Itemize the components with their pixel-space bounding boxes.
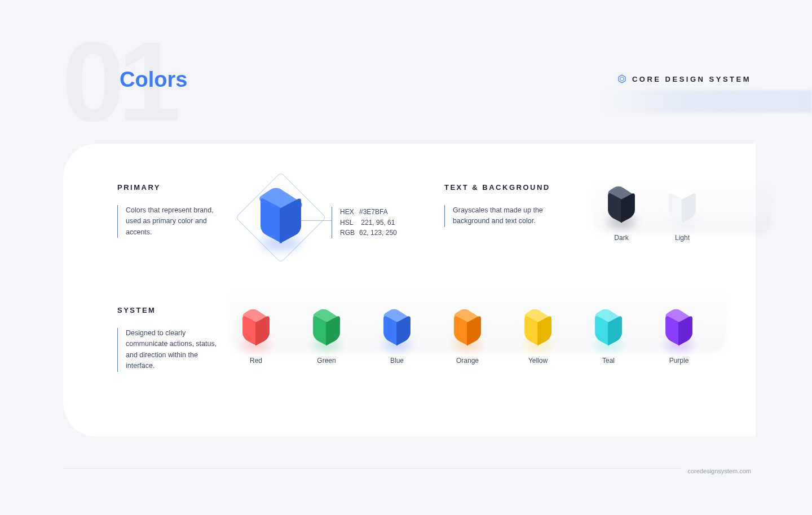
color-swatch: Green	[307, 306, 346, 365]
svg-marker-1	[620, 77, 624, 81]
color-swatch: Teal	[589, 306, 628, 365]
section-desc-system: Designed to clearly communicate actions,…	[117, 328, 219, 372]
svg-marker-0	[619, 75, 625, 83]
content-card: PRIMARY Colors that represent brand, use…	[63, 144, 756, 437]
swatch-label: Light	[675, 234, 690, 242]
swatch-label: Green	[317, 357, 336, 365]
swatch-label: Orange	[456, 357, 479, 365]
system-swatches: RedGreenBlueOrangeYellowTealPurple	[230, 306, 705, 372]
swatch-label: Blue	[390, 357, 404, 365]
section-desc-primary: Colors that represent brand, used as pri…	[117, 205, 219, 238]
section-desc-textbg: Grayscales that made up the background a…	[444, 205, 546, 227]
page-title: Colors	[120, 68, 187, 92]
swatch-label: Dark	[614, 234, 628, 242]
brand-gradient-bar	[598, 90, 812, 113]
footer-url: coredesignsystem.com	[681, 468, 752, 474]
color-swatch: Yellow	[519, 306, 557, 365]
footer-divider	[63, 468, 751, 469]
color-spec: HEX#3E7BFA HSL 221, 95, 61 RGB62, 123, 2…	[332, 207, 444, 238]
swatch-label: Red	[250, 357, 262, 365]
brand-badge: CORE DESIGN SYSTEM	[617, 74, 751, 83]
color-swatch: Dark	[602, 183, 641, 301]
swatch-label: Teal	[602, 357, 615, 365]
brand-label: CORE DESIGN SYSTEM	[632, 75, 751, 83]
section-title-textbg: TEXT & BACKGROUND	[444, 183, 591, 192]
color-swatch: Red	[237, 306, 275, 365]
brand-hex-icon	[617, 74, 626, 83]
color-swatch: Light	[663, 183, 701, 301]
textbg-swatches: DarkLight	[591, 183, 705, 301]
section-title-system: SYSTEM	[117, 306, 230, 314]
swatch-label: Purple	[669, 357, 689, 365]
color-swatch: Purple	[660, 306, 698, 365]
primary-color-cube	[254, 187, 308, 248]
color-swatch: Blue	[378, 306, 416, 365]
swatch-label: Yellow	[528, 357, 548, 365]
section-title-primary: PRIMARY	[117, 183, 230, 192]
color-swatch: Orange	[448, 306, 487, 365]
